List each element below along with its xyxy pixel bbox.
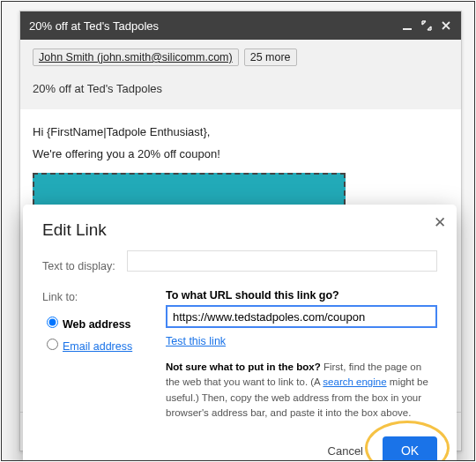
minimize-icon[interactable] bbox=[401, 19, 413, 32]
text-display-label: Text to display: bbox=[42, 260, 118, 272]
cancel-button[interactable]: Cancel bbox=[323, 443, 368, 458]
edit-link-dialog: ✕ Edit Link Text to display: Link to: We… bbox=[23, 205, 457, 461]
dialog-close-icon[interactable]: ✕ bbox=[434, 213, 446, 232]
link-to-label: Link to: bbox=[42, 291, 139, 303]
compose-subject[interactable]: 20% off at Ted's Tadpoles bbox=[33, 75, 449, 101]
svg-rect-0 bbox=[403, 28, 412, 30]
compose-title: 20% off at Ted's Tadpoles bbox=[29, 19, 394, 33]
body-text: We're offering you a 20% off coupon! bbox=[33, 147, 449, 160]
radio-web-input[interactable] bbox=[47, 317, 58, 328]
more-recipients-chip[interactable]: 25 more bbox=[244, 48, 297, 66]
compose-recipients-area: John Smith (john.smith@silicomm.com) 25 … bbox=[20, 40, 461, 109]
recipient-chip[interactable]: John Smith (john.smith@silicomm.com) bbox=[33, 48, 239, 66]
dialog-title: Edit Link bbox=[42, 220, 437, 240]
ok-button[interactable]: OK bbox=[383, 436, 437, 461]
close-icon[interactable] bbox=[440, 19, 452, 32]
expand-icon[interactable] bbox=[420, 19, 433, 32]
radio-email-input[interactable] bbox=[47, 339, 58, 350]
search-engine-link[interactable]: search engine bbox=[323, 376, 386, 387]
text-display-input[interactable] bbox=[127, 250, 437, 272]
radio-email-address[interactable]: Email address bbox=[42, 336, 139, 353]
compose-titlebar: 20% off at Ted's Tadpoles bbox=[20, 11, 461, 40]
help-text: Not sure what to put in the box? First, … bbox=[166, 360, 437, 421]
body-greeting: Hi {FirstName|Tadpole Enthusiast}, bbox=[33, 125, 449, 138]
url-question-label: To what URL should this link go? bbox=[166, 289, 437, 302]
radio-web-address[interactable]: Web address bbox=[42, 314, 139, 331]
test-link[interactable]: Test this link bbox=[166, 335, 226, 347]
url-input[interactable] bbox=[166, 305, 437, 328]
